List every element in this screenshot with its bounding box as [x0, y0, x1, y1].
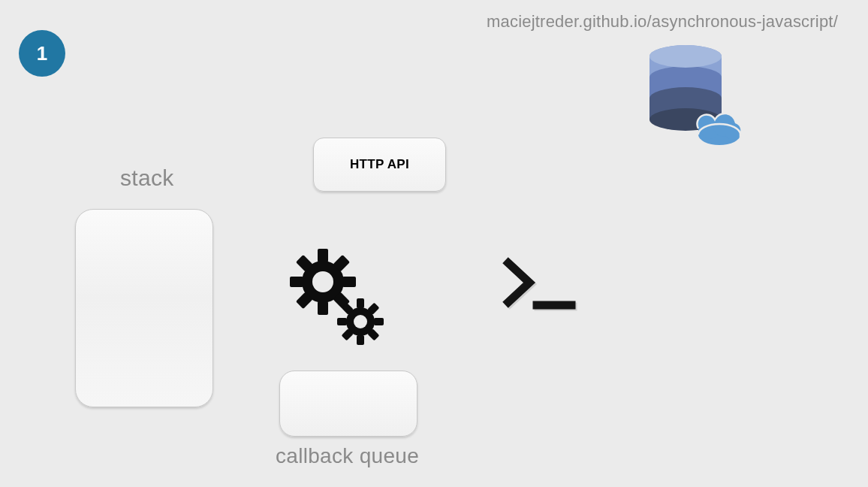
terminal-prompt-icon — [499, 254, 582, 322]
header-url: maciejtreder.github.io/asynchronous-java… — [487, 12, 838, 32]
database-cloud-icon — [644, 41, 742, 147]
stack-container — [75, 209, 213, 407]
step-number-badge: 1 — [19, 30, 65, 77]
svg-rect-2 — [318, 249, 328, 262]
svg-rect-12 — [357, 298, 364, 308]
svg-rect-4 — [290, 277, 303, 287]
svg-point-29 — [649, 45, 722, 68]
stack-label: stack — [120, 165, 174, 191]
http-api-box: HTTP API — [313, 138, 446, 192]
svg-rect-15 — [374, 318, 384, 325]
callback-queue-container — [279, 371, 417, 437]
svg-rect-5 — [342, 277, 356, 287]
step-number: 1 — [37, 42, 47, 65]
svg-rect-13 — [357, 335, 364, 345]
svg-rect-14 — [337, 318, 347, 325]
svg-point-1 — [312, 271, 333, 292]
gears-icon — [289, 240, 387, 346]
svg-rect-3 — [318, 301, 328, 315]
http-api-label: HTTP API — [350, 157, 409, 172]
svg-point-11 — [354, 315, 367, 328]
callback-queue-label: callback queue — [276, 444, 419, 468]
